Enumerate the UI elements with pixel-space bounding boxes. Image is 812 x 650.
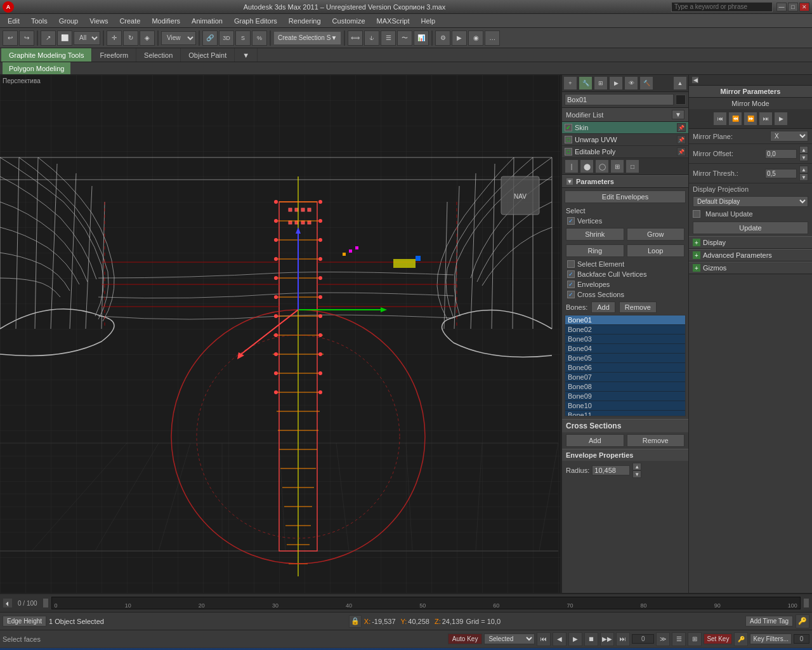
search-input[interactable] (671, 2, 773, 12)
bone-item-05[interactable]: Bone05 (565, 354, 685, 363)
create-selection-button[interactable]: Create Selection S▼ (273, 31, 341, 45)
display-projection-select[interactable]: Default Display (693, 196, 808, 207)
toolbar-scale[interactable]: ◈ (140, 30, 155, 46)
object-name-input[interactable] (565, 94, 674, 105)
nav-btn-4[interactable]: ⊞ (610, 159, 624, 173)
bones-add-button[interactable]: Add (591, 302, 615, 313)
timeline-play-btn[interactable]: ⏴ (3, 598, 13, 608)
envelopes-checkbox[interactable] (567, 281, 575, 288)
shrink-button[interactable]: Shrink (566, 228, 624, 241)
toolbar-align[interactable]: ⫝ (364, 30, 379, 46)
tab-freeform[interactable]: Freeform (92, 48, 136, 62)
toolbar-rotate[interactable]: ↻ (123, 30, 138, 46)
mirror-nav-3[interactable]: ⏩ (743, 112, 757, 126)
bone-item-01[interactable]: Bone01 (565, 315, 685, 325)
cross-remove-button[interactable]: Remove (627, 434, 685, 447)
ring-button[interactable]: Ring (566, 244, 624, 257)
menu-views[interactable]: Views (84, 16, 113, 26)
nav-btn-1[interactable]: | (565, 159, 579, 173)
add-time-tag-button[interactable]: Add Time Tag (745, 616, 793, 627)
frame-input[interactable] (632, 634, 654, 644)
stop-button[interactable]: ⏹ (584, 632, 598, 646)
bone-item-06[interactable]: Bone06 (565, 363, 685, 373)
go-to-start-button[interactable]: ⏮ (537, 632, 551, 646)
modifier-list-dropdown[interactable]: ▼ (672, 110, 684, 119)
offset-up-spinner[interactable]: ▲ (799, 146, 808, 154)
bone-item-08[interactable]: Bone08 (565, 382, 685, 392)
mirror-nav-4[interactable]: ⏭ (759, 112, 773, 126)
lock-button[interactable]: 🔒 (349, 615, 362, 628)
toolbar-s1[interactable]: S (235, 30, 251, 46)
select-filter-dropdown[interactable]: All (74, 31, 100, 45)
cross-add-button[interactable]: Add (566, 434, 624, 447)
modifier-unwrap-checkbox[interactable]: □ (565, 136, 572, 143)
menu-help[interactable]: Help (416, 16, 441, 26)
menu-modifiers[interactable]: Modifiers (147, 16, 185, 26)
next-frame-button[interactable]: ▶▶ (600, 632, 614, 646)
timeline-scroll-right[interactable] (803, 598, 809, 608)
mirror-nav-1[interactable]: ⏮ (713, 112, 727, 126)
radius-down-spinner[interactable]: ▼ (632, 470, 641, 478)
bone-item-09[interactable]: Bone09 (565, 392, 685, 401)
toolbar-link[interactable]: 🔗 (202, 30, 218, 46)
toolbar-select[interactable]: ↗ (41, 30, 56, 46)
gizmos-section-header[interactable]: + Gizmos (689, 262, 812, 274)
loop-button[interactable]: Loop (627, 244, 685, 257)
menu-animation[interactable]: Animation (187, 16, 228, 26)
menu-maxscript[interactable]: MAXScript (372, 16, 415, 26)
expand-icon[interactable]: ▲ (673, 76, 687, 90)
bones-list[interactable]: Bone01 Bone02 Bone03 Bone04 Bone05 Bone0… (565, 315, 686, 416)
menu-customize[interactable]: Customize (327, 16, 370, 26)
viewport-canvas[interactable]: NAV (0, 75, 560, 593)
create-icon[interactable]: + (563, 76, 577, 90)
bone-item-11[interactable]: Bone11 (565, 411, 685, 416)
prev-frame-button[interactable]: ◀ (553, 632, 566, 646)
vertices-checkbox[interactable] (567, 217, 575, 225)
timeline-area[interactable]: 0 10 20 30 40 50 60 70 80 90 100 (51, 597, 801, 609)
toolbar-curve[interactable]: 〜 (397, 30, 412, 46)
timeline-scroll-left[interactable] (43, 598, 49, 608)
nav-btn-2[interactable]: ⬤ (580, 159, 594, 173)
menu-tools[interactable]: Tools (26, 16, 53, 26)
modifier-editable-poly[interactable]: □ Editable Poly 📌 (562, 146, 688, 158)
key-mode-btn[interactable]: 🔑 (734, 632, 748, 646)
display-section-header[interactable]: + Display (689, 236, 812, 249)
set-key-button[interactable]: Set Key (704, 633, 732, 644)
modify-icon[interactable]: 🔧 (579, 76, 593, 90)
toolbar-layer[interactable]: ☰ (381, 30, 396, 46)
minimize-button[interactable]: — (776, 3, 787, 11)
manual-update-checkbox[interactable] (693, 210, 700, 218)
key-filters-button[interactable]: Key Filters... (750, 633, 792, 644)
nav-btn-5[interactable]: □ (625, 159, 639, 173)
backface-cull-checkbox[interactable] (567, 270, 575, 278)
frame-input-2[interactable] (794, 634, 809, 644)
mirror-nav-2[interactable]: ⏪ (728, 112, 742, 126)
toolbar-move[interactable]: ✛ (107, 30, 122, 46)
tab-object-paint[interactable]: Object Paint (181, 48, 235, 62)
play-button[interactable]: ▶ (568, 632, 582, 646)
bone-item-07[interactable]: Bone07 (565, 373, 685, 382)
auto-key-button[interactable]: Auto Key (448, 633, 483, 644)
select-element-checkbox[interactable] (567, 260, 575, 268)
cross-sections-checkbox[interactable] (567, 291, 575, 298)
display-icon[interactable]: 👁 (624, 76, 638, 90)
subtab-polygon-modeling[interactable]: Polygon Modeling (3, 62, 70, 74)
toolbar-more[interactable]: … (485, 30, 500, 46)
bone-item-04[interactable]: Bone04 (565, 344, 685, 354)
bone-item-10[interactable]: Bone10 (565, 401, 685, 411)
menu-graph-editors[interactable]: Graph Editors (229, 16, 282, 26)
advanced-params-section-header[interactable]: + Advanced Parameters (689, 249, 812, 262)
more-btn-2[interactable]: ☰ (672, 632, 686, 646)
go-to-end-button[interactable]: ⏭ (616, 632, 630, 646)
modifier-unwrap-uvw[interactable]: □ Unwrap UVW 📌 (562, 134, 688, 146)
edge-height-button[interactable]: Edge Height (3, 616, 46, 627)
bones-remove-button[interactable]: Remove (619, 302, 657, 313)
radius-up-spinner[interactable]: ▲ (632, 463, 641, 470)
mirror-thresh-input[interactable] (765, 169, 797, 178)
more-btn-3[interactable]: ⊞ (688, 632, 702, 646)
close-button[interactable]: ✕ (799, 3, 809, 11)
nav-btn-3[interactable]: ◯ (595, 159, 609, 173)
viewport-dropdown[interactable]: View (161, 31, 196, 45)
modifier-poly-pin[interactable]: 📌 (677, 147, 686, 156)
offset-down-spinner[interactable]: ▼ (799, 154, 808, 161)
